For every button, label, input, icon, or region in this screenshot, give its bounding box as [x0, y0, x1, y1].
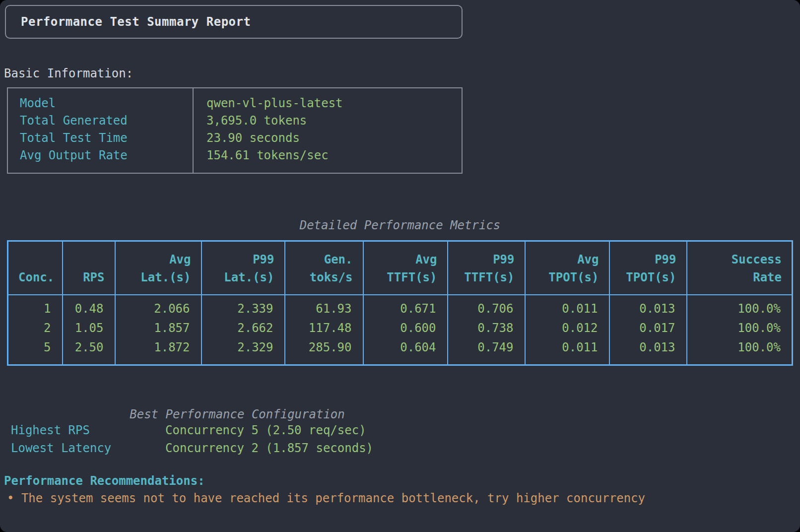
recommendations-heading: Performance Recommendations:	[4, 474, 800, 488]
report-title: Performance Test Summary Report	[21, 15, 251, 29]
table-cell: 0.706	[448, 295, 525, 319]
table-cell: 5	[8, 338, 63, 365]
info-value: 154.61 tokens/sec	[206, 147, 462, 164]
column-header-line1: Avg	[535, 251, 599, 268]
best-config-section: Best Performance Configuration Highest R…	[4, 407, 470, 457]
column-header-line1: Avg	[126, 251, 191, 268]
column-header-line2: TTFT(s)	[374, 268, 437, 286]
column-header: Conc.	[8, 241, 63, 295]
table-cell: 2.50	[63, 338, 115, 365]
column-header-line2: Lat.(s)	[126, 268, 191, 286]
table-cell: 0.749	[448, 338, 525, 365]
table-cell: 1.872	[115, 338, 201, 365]
best-config-rows: Highest RPSConcurrency 5 (2.50 req/sec)L…	[4, 421, 470, 457]
table-cell: 0.013	[609, 295, 687, 319]
basic-info-box: ModelTotal GeneratedTotal Test TimeAvg O…	[7, 87, 463, 174]
info-value: 3,695.0 tokens	[206, 112, 462, 130]
table-cell: 0.011	[525, 338, 609, 365]
column-header-line2: toks/s	[295, 268, 353, 286]
best-config-title: Best Performance Configuration	[4, 407, 470, 421]
recommendations-list: • The system seems not to have reached i…	[4, 490, 800, 507]
table-cell: 100.0%	[687, 319, 793, 338]
table-cell: 100.0%	[687, 338, 793, 365]
metrics-body: 10.482.0662.33961.930.6710.7060.0110.013…	[8, 295, 793, 365]
column-header-line1: Success	[697, 251, 782, 268]
table-cell: 117.48	[285, 319, 363, 338]
table-cell: 2.066	[115, 295, 201, 319]
column-header-line2: Conc.	[18, 268, 52, 286]
column-header: SuccessRate	[687, 241, 793, 295]
table-cell: 0.017	[609, 319, 687, 338]
column-header-line2: TPOT(s)	[620, 268, 676, 286]
info-value: qwen-vl-plus-latest	[206, 95, 462, 112]
column-header: AvgTTFT(s)	[363, 241, 448, 295]
column-header-line1: Avg	[374, 251, 437, 268]
recommendation-item: • The system seems not to have reached i…	[4, 490, 800, 507]
recommendation-text: The system seems not to have reached its…	[21, 491, 645, 505]
column-header-line2: Rate	[697, 268, 782, 286]
column-header-line2: TTFT(s)	[458, 268, 515, 286]
column-header: P99TTFT(s)	[448, 241, 525, 295]
recommendations-section: Performance Recommendations: • The syste…	[4, 474, 800, 507]
column-header-line1: Gen.	[295, 251, 353, 268]
table-cell: 2.329	[201, 338, 285, 365]
table-cell: 2	[8, 319, 63, 338]
metrics-header-row: Conc.RPSAvgLat.(s)P99Lat.(s)Gen.toks/sAv…	[8, 241, 793, 295]
info-label: Total Test Time	[20, 130, 193, 147]
table-cell: 2.339	[201, 295, 285, 319]
table-row: 21.051.8572.662117.480.6000.7380.0120.01…	[8, 319, 793, 338]
table-cell: 0.600	[363, 319, 448, 338]
metrics-table: Conc.RPSAvgLat.(s)P99Lat.(s)Gen.toks/sAv…	[7, 240, 793, 366]
best-config-value: Concurrency 2 (1.857 seconds)	[165, 441, 373, 455]
column-header-line1: P99	[620, 251, 676, 268]
table-cell: 0.011	[525, 295, 609, 319]
table-cell: 0.48	[63, 295, 115, 319]
bullet-icon: •	[7, 491, 21, 505]
column-header-line2: TPOT(s)	[535, 268, 599, 286]
table-row: 52.501.8722.329285.900.6040.7490.0110.01…	[8, 338, 793, 365]
basic-info-labels: ModelTotal GeneratedTotal Test TimeAvg O…	[8, 88, 193, 173]
terminal-report: Performance Test Summary Report Basic In…	[0, 0, 800, 532]
column-header-line2: RPS	[73, 268, 105, 286]
report-title-box: Performance Test Summary Report	[5, 5, 463, 39]
table-cell: 0.738	[448, 319, 525, 338]
column-header-line2: Lat.(s)	[212, 268, 274, 286]
table-cell: 1	[8, 295, 63, 319]
best-config-row: Lowest LatencyConcurrency 2 (1.857 secon…	[4, 439, 470, 457]
table-cell: 0.604	[363, 338, 448, 365]
best-config-label: Lowest Latency	[11, 439, 165, 457]
table-cell: 61.93	[285, 295, 363, 319]
table-cell: 0.013	[609, 338, 687, 365]
info-label: Model	[20, 95, 193, 112]
column-header: AvgTPOT(s)	[525, 241, 609, 295]
info-value: 23.90 seconds	[206, 130, 462, 147]
table-cell: 285.90	[285, 338, 363, 365]
metrics-table-title: Detailed Performance Metrics	[0, 218, 800, 232]
column-header: P99Lat.(s)	[201, 241, 285, 295]
best-config-label: Highest RPS	[11, 421, 165, 439]
table-cell: 1.05	[63, 319, 115, 338]
column-header: P99TPOT(s)	[609, 241, 687, 295]
table-cell: 0.671	[363, 295, 448, 319]
info-label: Total Generated	[20, 112, 193, 130]
column-header: RPS	[63, 241, 115, 295]
table-cell: 100.0%	[687, 295, 793, 319]
best-config-row: Highest RPSConcurrency 5 (2.50 req/sec)	[4, 421, 470, 439]
column-header-line1: P99	[212, 251, 274, 268]
column-header-line1: P99	[458, 251, 515, 268]
table-row: 10.482.0662.33961.930.6710.7060.0110.013…	[8, 295, 793, 319]
table-cell: 2.662	[201, 319, 285, 338]
table-cell: 1.857	[115, 319, 201, 338]
column-header: Gen.toks/s	[285, 241, 363, 295]
basic-info-values: qwen-vl-plus-latest3,695.0 tokens23.90 s…	[193, 88, 462, 173]
info-label: Avg Output Rate	[20, 147, 193, 164]
table-cell: 0.012	[525, 319, 609, 338]
basic-info-heading: Basic Information:	[4, 66, 800, 80]
best-config-value: Concurrency 5 (2.50 req/sec)	[165, 423, 366, 437]
column-header: AvgLat.(s)	[115, 241, 201, 295]
